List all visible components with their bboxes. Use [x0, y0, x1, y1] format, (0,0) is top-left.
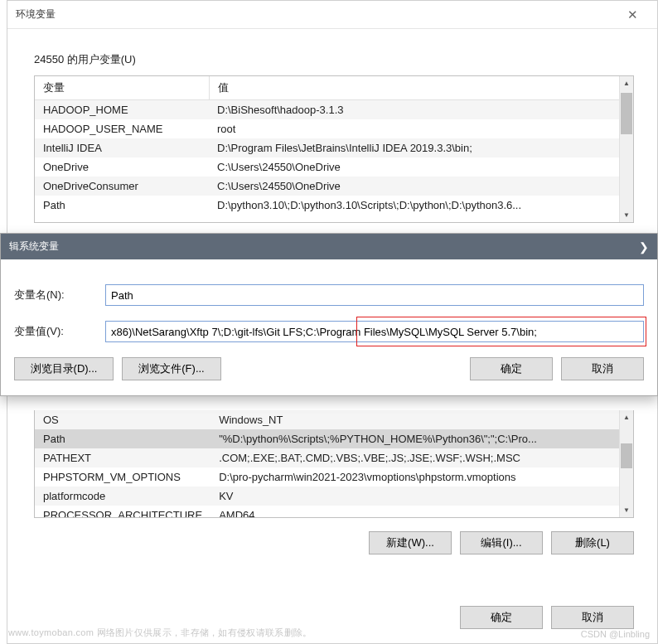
- cell-value: .COM;.EXE;.BAT;.CMD;.VBS;.VBE;.JS;.JSE;.…: [210, 448, 633, 467]
- table-row[interactable]: platformcodeKV: [35, 487, 633, 506]
- cell-value: C:\Users\24550\OneDrive: [209, 157, 633, 177]
- cell-variable: Path: [35, 196, 209, 215]
- watermark-right: CSDN @Linbling: [581, 629, 650, 639]
- table-row[interactable]: HADOOP_USER_NAMEroot: [35, 119, 633, 138]
- table-row[interactable]: OneDriveC:\Users\24550\OneDrive: [35, 157, 633, 177]
- new-button[interactable]: 新建(W)...: [369, 531, 452, 554]
- cell-value: Windows_NT: [210, 410, 633, 429]
- delete-button[interactable]: 删除(L): [551, 531, 634, 554]
- table-row[interactable]: Path"%D:\python%\Scripts\;%PYTHON_HOME%\…: [35, 429, 633, 448]
- scroll-thumb[interactable]: [621, 443, 632, 468]
- scroll-down-icon[interactable]: ▼: [620, 208, 633, 222]
- col-header-variable[interactable]: 变量: [35, 76, 209, 100]
- cell-variable: PROCESSOR_ARCHITECTURE: [35, 506, 210, 518]
- cell-value: D:\python3.10\;D:\python3.10\Scripts\;D:…: [209, 196, 633, 215]
- col-header-value[interactable]: 值: [209, 76, 633, 100]
- ok-button[interactable]: 确定: [460, 606, 543, 629]
- cell-variable: platformcode: [35, 487, 210, 506]
- cell-value: C:\Users\24550\OneDrive: [209, 177, 633, 196]
- cell-variable: HADOOP_HOME: [35, 100, 209, 120]
- cell-variable: PATHEXT: [35, 448, 210, 467]
- edit-button[interactable]: 编辑(I)...: [460, 531, 543, 554]
- cell-value: AMD64: [210, 506, 633, 518]
- table-row[interactable]: PATHEXT.COM;.EXE;.BAT;.CMD;.VBS;.VBE;.JS…: [35, 448, 633, 467]
- system-actions-row: 新建(W)... 编辑(I)... 删除(L): [369, 531, 634, 554]
- edit-ok-button[interactable]: 确定: [470, 357, 553, 380]
- dialog-title: 环境变量: [16, 7, 616, 22]
- titlebar: 环境变量 ✕: [7, 1, 657, 29]
- edit-close-icon[interactable]: ❯: [624, 240, 649, 254]
- table-row[interactable]: HADOOP_HOMED:\BiShesoft\hadoop-3.1.3: [35, 100, 633, 120]
- cell-variable: Path: [35, 429, 210, 448]
- scroll-thumb[interactable]: [621, 93, 632, 134]
- table-row[interactable]: PHPSTORM_VM_OPTIONSD:\pro-pycharm\win202…: [35, 467, 633, 487]
- cancel-button[interactable]: 取消: [551, 606, 634, 629]
- cell-value: KV: [210, 487, 633, 506]
- user-vars-table: 变量 值 HADOOP_HOMED:\BiShesoft\hadoop-3.1.…: [34, 75, 634, 223]
- table-row[interactable]: OneDriveConsumerC:\Users\24550\OneDrive: [35, 177, 633, 196]
- dialog-actions-row: 确定 取消: [460, 606, 634, 629]
- scroll-up-icon[interactable]: ▲: [620, 410, 633, 424]
- browse-file-button[interactable]: 浏览文件(F)...: [122, 357, 221, 380]
- system-scrollbar[interactable]: ▲ ▼: [619, 410, 633, 517]
- cell-variable: PHPSTORM_VM_OPTIONS: [35, 467, 210, 487]
- browse-dir-button[interactable]: 浏览目录(D)...: [14, 357, 114, 380]
- table-row[interactable]: PathD:\python3.10\;D:\python3.10\Scripts…: [35, 196, 633, 215]
- edit-titlebar: 辑系统变量 ❯: [1, 234, 657, 259]
- edit-dialog-title: 辑系统变量: [9, 240, 624, 254]
- edit-variable-dialog: 辑系统变量 ❯ 变量名(N): 变量值(V): 浏览目录(D)... 浏览文件(…: [0, 233, 658, 396]
- user-vars-label: 24550 的用户变量(U): [34, 52, 657, 67]
- cell-variable: OneDrive: [35, 157, 209, 177]
- table-row[interactable]: PROCESSOR_ARCHITECTUREAMD64: [35, 506, 633, 518]
- cell-value: "%D:\python%\Scripts\;%PYTHON_HOME%\Pyth…: [210, 429, 633, 448]
- close-icon[interactable]: ✕: [616, 7, 649, 22]
- watermark-left: www.toymoban.com 网络图片仅供展示，非存储，如有侵权请联系删除。: [8, 627, 312, 639]
- cell-value: root: [209, 119, 633, 138]
- variable-value-input[interactable]: [105, 321, 644, 342]
- cell-value: D:\BiShesoft\hadoop-3.1.3: [209, 100, 633, 120]
- cell-variable: OneDriveConsumer: [35, 177, 209, 196]
- table-row[interactable]: IntelliJ IDEAD:\Program Files\JetBrains\…: [35, 138, 633, 157]
- scroll-up-icon[interactable]: ▲: [620, 76, 633, 90]
- variable-name-label: 变量名(N):: [14, 288, 105, 303]
- cell-variable: OS: [35, 410, 210, 429]
- system-vars-table: OSWindows_NTPath"%D:\python%\Scripts\;%P…: [34, 410, 634, 518]
- cell-variable: IntelliJ IDEA: [35, 138, 209, 157]
- variable-value-label: 变量值(V):: [14, 324, 105, 339]
- edit-cancel-button[interactable]: 取消: [561, 357, 644, 380]
- cell-value: D:\pro-pycharm\win2021-2023\vmoptions\ph…: [210, 467, 633, 487]
- cell-value: D:\Program Files\JetBrains\IntelliJ IDEA…: [209, 138, 633, 157]
- table-row[interactable]: OSWindows_NT: [35, 410, 633, 429]
- variable-name-input[interactable]: [105, 284, 644, 306]
- scroll-down-icon[interactable]: ▼: [620, 503, 633, 517]
- user-scrollbar[interactable]: ▲ ▼: [619, 76, 633, 222]
- cell-variable: HADOOP_USER_NAME: [35, 119, 209, 138]
